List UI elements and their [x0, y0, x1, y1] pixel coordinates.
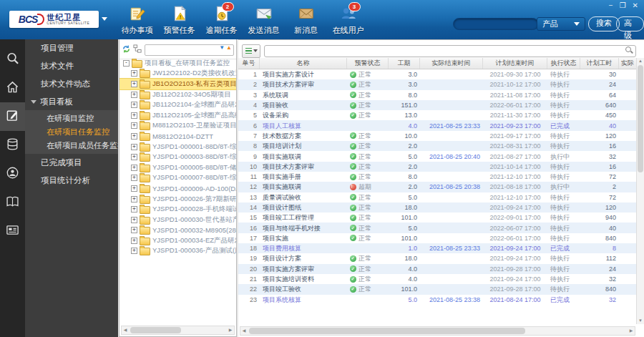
table-row[interactable]: 18项目费用核算1.02021-08-25 23:332021-09-24 17… [238, 243, 637, 253]
table-row[interactable]: 7技术数据方案正常10.02021-09-17 17:00待执行120 [238, 131, 637, 141]
rail-item-database[interactable] [0, 131, 25, 160]
expand-icon[interactable]: + [131, 122, 137, 129]
table-row[interactable]: 23项目系统核算5.02021-08-25 23:382021-08-24 17… [238, 295, 637, 305]
tree-node[interactable]: +YJSPD1-000007-88D/8T-综合福建 [119, 173, 236, 184]
scroll-down-icon[interactable]: ▼ [637, 318, 644, 324]
expand-icon[interactable]: + [131, 238, 137, 244]
expand-icon[interactable]: + [131, 144, 137, 150]
sidebar-item-在研项目任务监控[interactable]: 在研项目任务监控 [25, 125, 118, 139]
column-header-计划结束时间[interactable]: 计划结束时间 [483, 58, 547, 69]
search-category-select[interactable]: 产品 [537, 17, 585, 31]
tree-node[interactable]: +YJSPD1-000005-88D/8T-储蓄福建 [119, 162, 236, 173]
table-row[interactable]: 2项目技术方案评审正常3.02021-10-12 17:00待执行24 [238, 79, 637, 89]
expand-icon[interactable]: + [131, 217, 137, 223]
column-header-工期[interactable]: 工期 [389, 58, 420, 69]
sidebar-group-项目看板[interactable]: 项目看板 [25, 93, 118, 110]
tree-node[interactable]: +JB112O2104-全球圈产品研发项目 [119, 99, 236, 110]
tree-node[interactable]: +YJSPD1-000030-世代基站产品研发( [119, 215, 236, 225]
expand-icon[interactable]: + [131, 133, 137, 140]
sidebar-item-技术文件[interactable]: 技术文件 [25, 57, 118, 75]
tree-node[interactable]: +JW12O2102-D2类接收机改造 [119, 69, 236, 79]
table-row[interactable]: 17项目实施正常101.02022-06-01 17:00待执行840 [238, 233, 637, 243]
expand-icon[interactable]: + [131, 248, 137, 254]
expand-icon[interactable]: + [131, 227, 137, 233]
column-header-名称[interactable]: 名称 [260, 58, 347, 69]
expand-icon[interactable]: + [131, 70, 137, 77]
search-icon[interactable] [625, 47, 633, 54]
table-row[interactable]: 5设备采购正常13.02021-11-30 17:00待执行450 [238, 110, 637, 120]
tree-horizontal-scrollbar[interactable]: ◀ ▶ [121, 326, 235, 335]
tree-node[interactable]: +YJSPD1-000009-AD-100(DAKu/Ka) [119, 183, 236, 194]
table-row[interactable]: 6项目人工核算4.02021-08-25 23:332021-09-23 17:… [238, 120, 637, 130]
expand-icon[interactable]: + [131, 81, 137, 87]
tree-node[interactable]: +JB112O2102-34O5期项目 [119, 89, 236, 100]
tree-root-node[interactable]: -项目看板_在研项目任务监控 [119, 58, 236, 69]
table-row[interactable]: 14项目设计图纸正常18.02021-09-24 17:00待执行120 [238, 202, 637, 213]
table-row[interactable]: 11项目实施手册正常8.02021-12-10 17:00待执行72 [238, 172, 637, 182]
table-row[interactable]: 13质量调试验收正常5.02021-12-10 17:00待执行72 [238, 192, 637, 202]
table-row[interactable]: 22项目竣工验收正常101.02021-09-28 17:00待执行840 [238, 284, 637, 294]
collapse-icon[interactable]: - [123, 60, 130, 67]
table-filter-input[interactable] [264, 45, 636, 57]
minimize-button[interactable]: − [609, 1, 613, 9]
advanced-button[interactable]: 高级 [616, 16, 644, 31]
table-row[interactable]: 19项目设计方案正常18.02021-09-24 17:00待执行112 [238, 253, 637, 263]
logo-dropdown-caret-icon[interactable] [102, 17, 107, 21]
scroll-thumb[interactable] [130, 327, 181, 333]
tree-node[interactable]: +YJSPD1-000026-第7期新研发(用) [119, 194, 236, 205]
tree-node[interactable]: +YJSPD1-000003-88D/8T-综合福建 [119, 152, 236, 162]
toolbar-item-todo[interactable]: 待办事项 [116, 5, 158, 36]
scroll-left-icon[interactable]: ◀ [240, 327, 248, 335]
table-row[interactable]: 3系统联调正常8.02021-11-08 17:00待执行64 [238, 90, 637, 100]
table-vertical-scrollbar[interactable]: ▲ ▼ [636, 58, 644, 324]
column-header-预警状态[interactable]: 预警状态 [347, 58, 389, 69]
toolbar-item-overdue-tasks[interactable]: 2逾期任务 [200, 5, 243, 36]
tree-node[interactable]: +YJSPD1-000034-EZ产品研发(项目 [119, 235, 236, 246]
table-row[interactable]: 4项目验收正常151.02022-06-01 17:00待执行640 [238, 100, 637, 110]
column-header-实际[interactable]: 实际 [619, 58, 637, 69]
global-search-input[interactable] [453, 18, 539, 30]
expand-icon[interactable]: + [131, 92, 137, 98]
toolbar-item-online-users[interactable]: 3在线用户 [327, 5, 369, 36]
table-row[interactable]: 8项目培训计划正常2.02021-08-31 17:00待执行16 [238, 141, 637, 151]
maximize-button[interactable]: ❐ [620, 1, 626, 9]
tree-node[interactable]: +YJSPD1-000001-88D/8T-综合福建 [119, 142, 236, 152]
tree-node[interactable]: +YJSPD1-000036-产品测试(用) [119, 246, 236, 257]
scroll-thumb[interactable] [638, 65, 643, 172]
table-row[interactable]: 20项目实施方案评审正常4.02021-09-28 17:00待执行24 [238, 264, 637, 274]
sidebar-item-已完成项目[interactable]: 已完成项目 [25, 154, 118, 172]
expand-icon[interactable]: + [131, 185, 137, 192]
table-row[interactable]: 9项目实施联调正常5.02021-08-25 20:402021-08-27 1… [238, 151, 637, 161]
search-button[interactable]: 搜索 [588, 16, 620, 31]
table-row[interactable]: 10项目技术方案评审正常2.02021-10-14 17:00待执行16 [238, 162, 637, 172]
sidebar-item-项目统计分析[interactable]: 项目统计分析 [25, 172, 118, 190]
rail-item-spm-search[interactable] [0, 45, 25, 74]
table-row[interactable]: 1项目实施方案设计正常3.02021-09-30 17:00待执行30 [238, 69, 637, 79]
scroll-up-icon[interactable]: ▲ [637, 58, 644, 64]
scroll-right-icon[interactable]: ▶ [628, 327, 635, 335]
rail-item-support[interactable] [0, 160, 25, 188]
sidebar-item-在研项目成员任务监控[interactable]: 在研项目成员任务监控 [25, 139, 118, 152]
scroll-right-icon[interactable]: ▶ [227, 326, 234, 334]
find-previous-icon[interactable]: ▲ [226, 44, 232, 52]
toolbar-item-warning-tasks[interactable]: 预警任务 [158, 5, 200, 36]
column-header-单号[interactable]: 单号 [238, 58, 260, 69]
expand-icon[interactable]: + [131, 175, 137, 181]
tree-node[interactable]: +M8812O2104-DZTT [119, 131, 236, 142]
rail-item-home[interactable] [0, 74, 25, 102]
rail-item-edit[interactable] [0, 102, 25, 131]
tree-node[interactable]: +M8812O2103-卫星验证项目 [119, 121, 236, 132]
scroll-thumb[interactable] [249, 328, 525, 334]
expand-icon[interactable]: + [131, 102, 137, 108]
rail-item-workstation[interactable] [0, 217, 25, 245]
column-header-执行状态[interactable]: 执行状态 [547, 58, 580, 69]
table-row[interactable]: 12项目实施联调超期2.02021-08-25 20:382021-08-18 … [238, 182, 637, 192]
tree-node[interactable]: +JB1O2O2103-私有云类项目 [119, 79, 236, 89]
sidebar-item-项目管理[interactable]: 项目管理 [25, 39, 118, 57]
tree-node[interactable]: +JB112O2105-全球圈产品高级项目 [119, 110, 236, 121]
close-button[interactable]: ✕ [633, 1, 638, 9]
refresh-icon[interactable] [122, 44, 131, 54]
view-options-button[interactable] [242, 44, 260, 58]
expand-icon[interactable]: + [131, 112, 137, 119]
toolbar-item-new-message[interactable]: 新消息 [285, 5, 327, 36]
